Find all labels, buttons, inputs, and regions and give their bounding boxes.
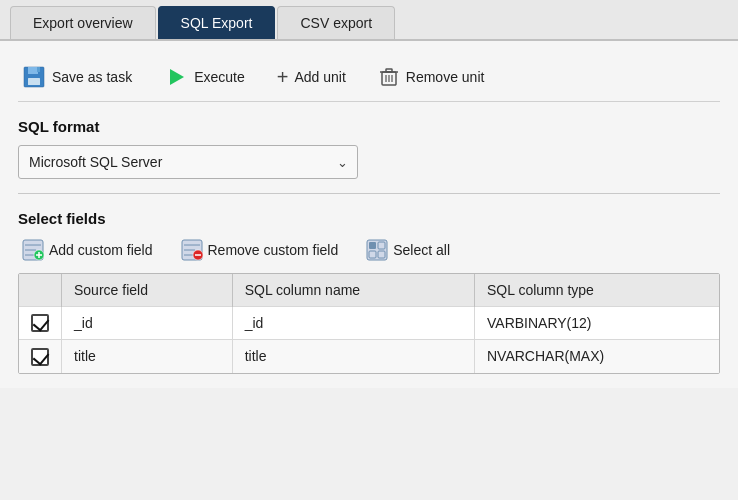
col-header-checkbox	[19, 274, 62, 307]
floppy-icon	[22, 65, 46, 89]
toolbar: Save as task Execute + Add unit	[18, 55, 720, 102]
svg-rect-1	[28, 67, 38, 74]
select-all-button[interactable]: Select all	[362, 237, 454, 263]
row-checkbox-2[interactable]	[19, 340, 62, 373]
sql-name-value-2: title	[232, 340, 474, 373]
checkbox-checked-icon	[31, 348, 49, 366]
fields-table: Source field SQL column name SQL column …	[18, 273, 720, 374]
fields-toolbar: Add custom field Remove custom field	[18, 237, 720, 263]
sql-format-dropdown-wrapper: Microsoft SQL Server MySQL PostgreSQL SQ…	[18, 145, 358, 179]
save-as-task-button[interactable]: Save as task	[18, 63, 136, 91]
col-header-sql-column-name: SQL column name	[232, 274, 474, 307]
remove-unit-button[interactable]: Remove unit	[374, 64, 489, 90]
remove-custom-field-button[interactable]: Remove custom field	[177, 237, 343, 263]
col-header-sql-column-type: SQL column type	[475, 274, 720, 307]
section-divider	[18, 193, 720, 194]
sql-format-section: SQL format Microsoft SQL Server MySQL Po…	[18, 118, 720, 179]
checkbox-checked-icon	[31, 314, 49, 332]
select-fields-label: Select fields	[18, 210, 720, 227]
tab-bar: Export overview SQL Export CSV export	[0, 0, 738, 41]
table-row: title title NVARCHAR(MAX)	[19, 340, 719, 373]
select-fields-section: Select fields Add custom field	[18, 210, 720, 374]
sql-type-value-2: NVARCHAR(MAX)	[475, 340, 720, 373]
svg-rect-25	[369, 242, 376, 249]
svg-rect-3	[37, 67, 40, 72]
tab-export-overview[interactable]: Export overview	[10, 6, 156, 39]
execute-button[interactable]: Execute	[160, 63, 249, 91]
source-field-value-2: title	[62, 340, 233, 373]
tab-csv-export[interactable]: CSV export	[277, 6, 395, 39]
table-row: _id _id VARBINARY(12)	[19, 307, 719, 340]
row-checkbox-1[interactable]	[19, 307, 62, 340]
sql-format-label: SQL format	[18, 118, 720, 135]
col-header-source-field: Source field	[62, 274, 233, 307]
sql-name-value-1: _id	[232, 307, 474, 340]
svg-marker-4	[170, 69, 184, 85]
trash-icon	[378, 66, 400, 88]
source-field-value-1: _id	[62, 307, 233, 340]
svg-rect-7	[386, 69, 392, 72]
main-content: Save as task Execute + Add unit	[0, 41, 738, 388]
add-custom-field-button[interactable]: Add custom field	[18, 237, 157, 263]
add-custom-field-icon	[22, 239, 44, 261]
play-icon	[164, 65, 188, 89]
plus-icon: +	[277, 66, 289, 89]
select-all-icon	[366, 239, 388, 261]
tab-sql-export[interactable]: SQL Export	[158, 6, 276, 39]
sql-format-select[interactable]: Microsoft SQL Server MySQL PostgreSQL SQ…	[18, 145, 358, 179]
svg-rect-2	[28, 78, 40, 85]
add-unit-button[interactable]: + Add unit	[273, 64, 350, 91]
sql-type-value-1: VARBINARY(12)	[475, 307, 720, 340]
remove-custom-field-icon	[181, 239, 203, 261]
